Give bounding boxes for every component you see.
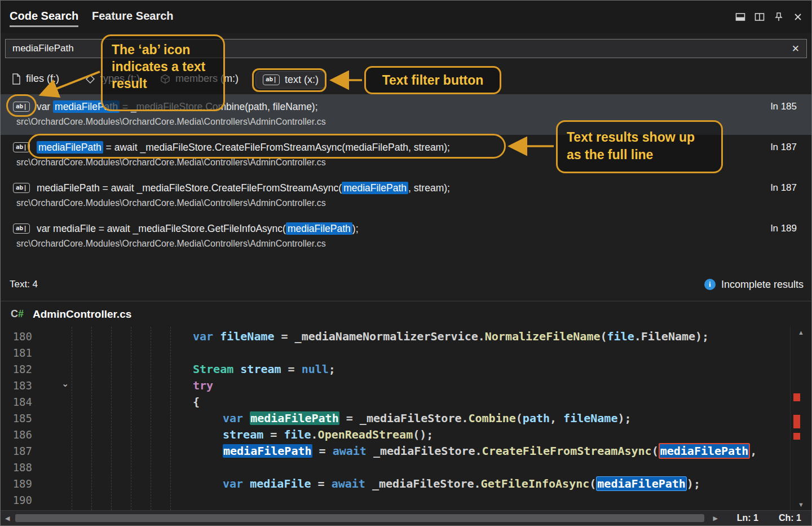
overview-mark bbox=[793, 393, 800, 401]
code-line: 188 bbox=[1, 459, 789, 475]
callout-ab-icon: The ‘ab’ icon indicates a text result bbox=[101, 34, 225, 111]
code-line: 190 bbox=[1, 492, 789, 508]
result-code-line: var mediaFile = await _mediaFileStore.Ge… bbox=[37, 223, 359, 235]
code-editor[interactable]: 180var fileName = _mediaNameNormalizerSe… bbox=[1, 327, 811, 510]
text-result-count: Text: 4 bbox=[10, 279, 38, 290]
code-line: ⌄183try bbox=[1, 377, 789, 393]
csharp-file-icon: C# bbox=[11, 308, 24, 320]
annotation-oval-result-line bbox=[28, 134, 506, 159]
result-file-path: src\OrchardCore.Modules\OrchardCore.Medi… bbox=[13, 198, 811, 208]
result-line-number: ln 187 bbox=[771, 142, 797, 153]
line-number: 190 bbox=[1, 494, 40, 506]
result-line-number: ln 187 bbox=[771, 182, 797, 194]
filter-files[interactable]: files (f:) bbox=[12, 73, 59, 85]
tab-feature-search[interactable]: Feature Search bbox=[92, 10, 174, 23]
text-result-icon: ab| bbox=[13, 183, 30, 193]
search-result-row[interactable]: ab|var mediaFile = await _mediaFileStore… bbox=[1, 216, 811, 257]
overview-mark bbox=[793, 415, 800, 428]
overview-mark bbox=[793, 433, 800, 440]
line-number: 184 bbox=[1, 396, 40, 408]
results-list: ab|var mediaFilePath = _mediaFileStore.C… bbox=[1, 94, 811, 257]
result-line-number: ln 189 bbox=[771, 223, 797, 234]
line-number: 186 bbox=[1, 428, 40, 441]
code-line: 180var fileName = _mediaNameNormalizerSe… bbox=[1, 328, 789, 344]
fold-chevron-icon[interactable]: ⌄ bbox=[61, 378, 69, 389]
annotation-oval-ab-icon bbox=[6, 94, 37, 117]
dock-bottom-icon[interactable] bbox=[734, 10, 747, 24]
types-icon bbox=[85, 74, 95, 84]
line-number: 189 bbox=[1, 477, 40, 490]
callout-full-line: Text results show up as the full line bbox=[556, 120, 723, 173]
file-icon bbox=[12, 73, 21, 85]
callout-text-filter: Text filter button bbox=[364, 66, 501, 94]
line-indicator: Ln: 1 bbox=[737, 513, 758, 523]
scroll-up-icon[interactable]: ▲ bbox=[791, 329, 811, 336]
scroll-right-icon[interactable]: ▶ bbox=[713, 515, 718, 522]
result-code-line: mediaFilePath = await _mediaFileStore.Cr… bbox=[37, 182, 450, 194]
pin-icon[interactable] bbox=[772, 10, 785, 24]
split-columns-icon[interactable] bbox=[753, 10, 766, 24]
code-line: 181 bbox=[1, 344, 789, 361]
code-line: 184{ bbox=[1, 393, 789, 410]
scroll-down-icon[interactable]: ▼ bbox=[791, 501, 811, 508]
code-search-window: Code Search Feature Search mediaFilePath… bbox=[0, 0, 812, 526]
preview-filename: AdminController.cs bbox=[33, 308, 131, 321]
results-status-bar: Text: 4 i Incomplete results bbox=[10, 275, 804, 294]
scroll-left-icon[interactable]: ◀ bbox=[5, 515, 10, 522]
column-indicator: Ch: 1 bbox=[779, 513, 801, 523]
bottom-bar: ◀ ▶ Ln: 1 Ch: 1 bbox=[1, 510, 811, 525]
preview-header: C# AdminController.cs bbox=[1, 301, 811, 327]
line-number: 185 bbox=[1, 412, 40, 424]
code-line: 182Stream stream = null; bbox=[1, 361, 789, 377]
tab-code-search[interactable]: Code Search bbox=[10, 10, 78, 23]
code-line: 186stream = file.OpenReadStream(); bbox=[1, 426, 789, 442]
result-file-path: src\OrchardCore.Modules\OrchardCore.Medi… bbox=[13, 239, 811, 249]
result-line-number: ln 185 bbox=[771, 101, 797, 112]
line-number: 183 bbox=[1, 379, 40, 392]
incomplete-results-label: Incomplete results bbox=[721, 279, 804, 291]
filter-files-label: files (f:) bbox=[26, 73, 59, 85]
close-icon[interactable] bbox=[791, 10, 805, 24]
line-number: 181 bbox=[1, 347, 40, 359]
text-result-icon: ab| bbox=[13, 223, 30, 234]
search-result-row[interactable]: ab|mediaFilePath = await _mediaFileStore… bbox=[1, 176, 811, 216]
info-icon[interactable]: i bbox=[704, 279, 716, 290]
code-line: 189var mediaFile = await _mediaFileStore… bbox=[1, 475, 789, 492]
line-number: 180 bbox=[1, 330, 40, 343]
horizontal-scrollbar[interactable]: ◀ ▶ bbox=[1, 511, 722, 525]
vertical-scrollbar[interactable]: ▲ ▼ bbox=[790, 327, 811, 510]
horizontal-scroll-thumb[interactable] bbox=[15, 514, 704, 522]
code-line: 185var mediaFilePath = _mediaFileStore.C… bbox=[1, 410, 789, 426]
code-line: 187mediaFilePath = await _mediaFileStore… bbox=[1, 442, 789, 459]
line-number: 188 bbox=[1, 461, 40, 474]
titlebar: Code Search Feature Search bbox=[1, 1, 811, 33]
clear-search-icon[interactable]: ✕ bbox=[792, 43, 800, 55]
annotation-outline-text-filter bbox=[252, 68, 326, 92]
line-number: 182 bbox=[1, 363, 40, 375]
line-number: 187 bbox=[1, 445, 40, 457]
